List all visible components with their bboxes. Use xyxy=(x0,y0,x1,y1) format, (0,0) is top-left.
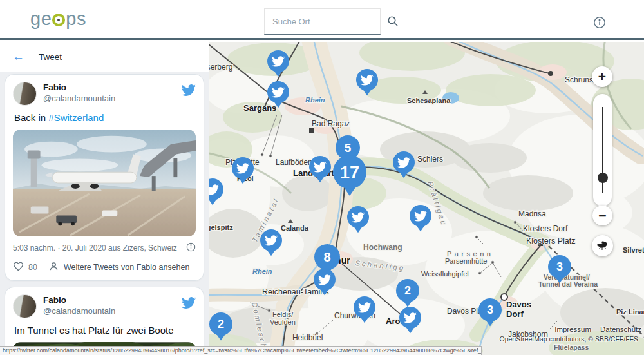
tweet-card: Fabio @calandamountain Back in #Switzerl… xyxy=(5,74,204,281)
map-label: Klosters Dorf xyxy=(523,224,568,233)
datenschutz-link[interactable]: Datenschutz xyxy=(600,325,641,333)
tweet-panel: ← Tweet Fabio @calandamountain Back in #… xyxy=(0,42,209,355)
fly-mode-button[interactable] xyxy=(592,235,613,256)
map-label: Rhein xyxy=(252,267,272,275)
status-url: https://twitter.com/calandamountain/stat… xyxy=(3,347,482,354)
map-label: Schesaplana xyxy=(407,97,451,104)
tweet-timestamp[interactable]: 5:03 nachm. · 20. Juli 2020 aus Zizers, … xyxy=(13,244,177,253)
tweet-text: Im Tunnel es hat Platz für zwei Boote xyxy=(14,325,194,336)
hashtag-link[interactable]: #Switzerland xyxy=(48,112,104,123)
map-label: Sargans xyxy=(243,103,276,113)
cluster-count: 2 xyxy=(404,284,411,297)
cluster-count: 3 xyxy=(556,260,563,273)
impressum-link[interactable]: Impressum xyxy=(554,325,591,333)
cluster-count: 3 xyxy=(487,303,493,316)
map-label: Hochwang xyxy=(363,243,402,252)
map-label: Tunnel dal Veraina xyxy=(538,280,598,288)
map-label: Calanda xyxy=(281,224,309,232)
geops-logo[interactable]: geps xyxy=(30,8,86,30)
logo-text-left: ge xyxy=(30,8,52,30)
map-label: Bad Ragaz xyxy=(312,119,350,128)
twitter-icon[interactable] xyxy=(182,296,196,312)
tweet-handle[interactable]: @calandamountain xyxy=(43,93,115,104)
cluster-count: 5 xyxy=(345,141,352,155)
map-label: Madrisa xyxy=(518,209,546,218)
zoom-slider-handle[interactable] xyxy=(598,173,608,183)
map-label: Klosters Platz xyxy=(526,236,575,245)
panel-title: Tweet xyxy=(39,52,62,62)
tweet-author[interactable]: Fabio xyxy=(43,294,115,306)
search-input[interactable] xyxy=(271,16,387,27)
like-icon[interactable] xyxy=(13,262,24,273)
avatar[interactable] xyxy=(13,82,37,106)
map-label: Weissfluhgipfel xyxy=(421,270,469,278)
panel-header: ← Tweet xyxy=(0,42,209,72)
zoom-slider[interactable] xyxy=(593,94,612,206)
map-canvas[interactable]: FlumserbergSargansRheinBad RagazSchrunsS… xyxy=(209,42,644,355)
map-label: Piz Linard xyxy=(616,308,644,316)
map-label: Heidbüel xyxy=(292,333,323,342)
map-label: Rhein xyxy=(305,96,325,104)
search-box xyxy=(264,8,381,35)
map-attribution-links: Impressum Datenschutz xyxy=(554,325,641,333)
app-header: geps xyxy=(0,0,644,40)
fly-icon xyxy=(596,240,609,252)
map-label: Dorf xyxy=(506,309,524,319)
map-label: Flumserberg xyxy=(209,62,232,72)
tweet-handle[interactable]: @calandamountain xyxy=(43,306,115,317)
tweet-photo-airport[interactable] xyxy=(13,130,196,236)
logo-o xyxy=(52,14,65,26)
more-tweets-link[interactable]: Weitere Tweets von Fabio ansehen xyxy=(64,263,190,272)
avatar[interactable] xyxy=(13,294,37,318)
zoom-out-button[interactable]: − xyxy=(592,206,612,225)
cluster-count: 17 xyxy=(340,163,359,182)
map-label: Veulden xyxy=(270,318,296,326)
tweet-author[interactable]: Fabio xyxy=(43,82,115,93)
like-count: 80 xyxy=(28,263,37,272)
twitter-icon[interactable] xyxy=(182,83,196,100)
map-label: Schiers xyxy=(417,155,443,164)
logo-text-right: ps xyxy=(66,8,86,30)
cluster-count: 2 xyxy=(218,318,224,331)
map-label: Laufböden xyxy=(276,158,312,167)
map-label: Parsennhütte xyxy=(445,257,487,265)
cluster-count: 8 xyxy=(323,250,330,264)
map-label: Silvretta xyxy=(623,246,644,254)
info-small-icon[interactable] xyxy=(186,242,196,254)
map-label: Feldis/ xyxy=(272,311,294,318)
search-icon[interactable] xyxy=(387,15,399,27)
map-label: Ringelspitz xyxy=(209,224,233,231)
profile-icon xyxy=(49,262,59,273)
app-window: FlumserbergSargansRheinBad RagazSchrunsS… xyxy=(0,0,644,355)
info-icon[interactable] xyxy=(593,16,606,29)
map-attribution-osm[interactable]: OpenStreetMap contributors, © SBB/CFF/FF… xyxy=(500,335,638,343)
tweet-text: Back in #Switzerland xyxy=(14,112,194,123)
map-label: Flüelapass xyxy=(554,343,589,351)
zoom-in-button[interactable]: + xyxy=(592,66,612,87)
map-label: Schruns xyxy=(565,75,593,84)
back-button[interactable]: ← xyxy=(8,50,28,64)
map-label: Davos xyxy=(506,300,531,309)
browser-status-bar: https://twitter.com/calandamountain/stat… xyxy=(0,346,482,355)
tweet-card: Fabio @calandamountain Im Tunnel es hat … xyxy=(5,287,204,355)
